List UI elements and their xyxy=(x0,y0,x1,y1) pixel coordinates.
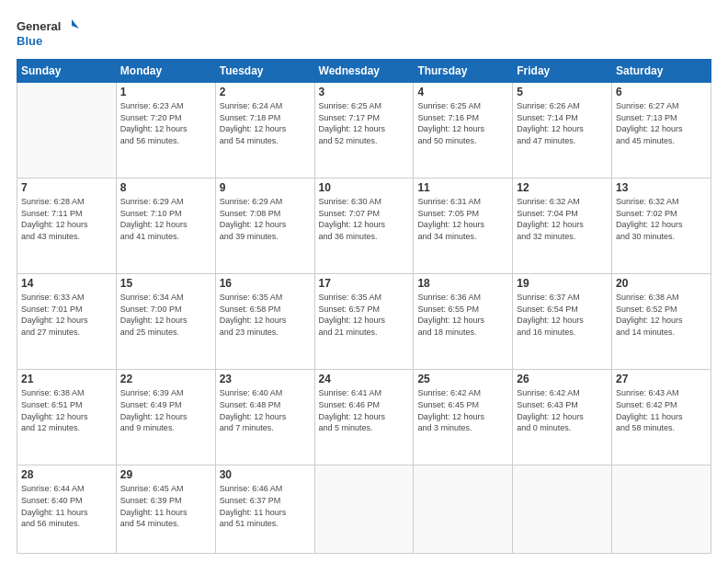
empty-day xyxy=(414,465,513,554)
calendar-day: 10Sunrise: 6:30 AM Sunset: 7:07 PM Dayli… xyxy=(314,178,414,274)
svg-text:Blue: Blue xyxy=(17,34,42,48)
calendar-day: 8Sunrise: 6:29 AM Sunset: 7:10 PM Daylig… xyxy=(116,178,215,274)
weekday-header: Saturday xyxy=(612,60,711,83)
calendar-day: 7Sunrise: 6:28 AM Sunset: 7:11 PM Daylig… xyxy=(17,178,117,274)
calendar-day: 5Sunrise: 6:26 AM Sunset: 7:14 PM Daylig… xyxy=(513,83,612,178)
weekday-header: Friday xyxy=(513,60,612,83)
calendar-day: 9Sunrise: 6:29 AM Sunset: 7:08 PM Daylig… xyxy=(215,178,314,274)
weekday-header: Tuesday xyxy=(215,60,314,83)
calendar-day: 14Sunrise: 6:33 AM Sunset: 7:01 PM Dayli… xyxy=(17,274,117,370)
empty-day xyxy=(17,83,117,178)
calendar-table: SundayMondayTuesdayWednesdayThursdayFrid… xyxy=(17,59,711,554)
calendar-day: 16Sunrise: 6:35 AM Sunset: 6:58 PM Dayli… xyxy=(215,274,314,370)
calendar-day: 28Sunrise: 6:44 AM Sunset: 6:40 PM Dayli… xyxy=(17,465,117,554)
calendar-day: 6Sunrise: 6:27 AM Sunset: 7:13 PM Daylig… xyxy=(612,83,711,178)
empty-day xyxy=(513,465,612,554)
calendar-day: 23Sunrise: 6:40 AM Sunset: 6:48 PM Dayli… xyxy=(215,370,314,465)
weekday-header: Sunday xyxy=(17,60,117,83)
calendar-day: 22Sunrise: 6:39 AM Sunset: 6:49 PM Dayli… xyxy=(116,370,215,465)
calendar-day: 11Sunrise: 6:31 AM Sunset: 7:05 PM Dayli… xyxy=(414,178,513,274)
weekday-header: Monday xyxy=(116,60,215,83)
svg-marker-2 xyxy=(72,19,79,29)
calendar-day: 17Sunrise: 6:35 AM Sunset: 6:57 PM Dayli… xyxy=(314,274,414,370)
calendar-day: 25Sunrise: 6:42 AM Sunset: 6:45 PM Dayli… xyxy=(414,370,513,465)
empty-day xyxy=(612,465,711,554)
calendar-day: 18Sunrise: 6:36 AM Sunset: 6:55 PM Dayli… xyxy=(414,274,513,370)
calendar-day: 4Sunrise: 6:25 AM Sunset: 7:16 PM Daylig… xyxy=(414,83,513,178)
calendar-day: 2Sunrise: 6:24 AM Sunset: 7:18 PM Daylig… xyxy=(215,83,314,178)
calendar-day: 15Sunrise: 6:34 AM Sunset: 7:00 PM Dayli… xyxy=(116,274,215,370)
logo: General Blue xyxy=(17,15,81,52)
calendar-day: 20Sunrise: 6:38 AM Sunset: 6:52 PM Dayli… xyxy=(612,274,711,370)
calendar-day: 21Sunrise: 6:38 AM Sunset: 6:51 PM Dayli… xyxy=(17,370,117,465)
calendar-day: 13Sunrise: 6:32 AM Sunset: 7:02 PM Dayli… xyxy=(612,178,711,274)
weekday-header: Wednesday xyxy=(314,60,414,83)
calendar-day: 19Sunrise: 6:37 AM Sunset: 6:54 PM Dayli… xyxy=(513,274,612,370)
calendar-day: 3Sunrise: 6:25 AM Sunset: 7:17 PM Daylig… xyxy=(314,83,414,178)
calendar-day: 1Sunrise: 6:23 AM Sunset: 7:20 PM Daylig… xyxy=(116,83,215,178)
calendar-day: 26Sunrise: 6:42 AM Sunset: 6:43 PM Dayli… xyxy=(513,370,612,465)
calendar-day: 12Sunrise: 6:32 AM Sunset: 7:04 PM Dayli… xyxy=(513,178,612,274)
calendar-day: 29Sunrise: 6:45 AM Sunset: 6:39 PM Dayli… xyxy=(116,465,215,554)
calendar-day: 24Sunrise: 6:41 AM Sunset: 6:46 PM Dayli… xyxy=(314,370,414,465)
svg-text:General: General xyxy=(17,19,61,33)
weekday-header: Thursday xyxy=(414,60,513,83)
empty-day xyxy=(314,465,414,554)
calendar-day: 27Sunrise: 6:43 AM Sunset: 6:42 PM Dayli… xyxy=(612,370,711,465)
calendar-day: 30Sunrise: 6:46 AM Sunset: 6:37 PM Dayli… xyxy=(215,465,314,554)
